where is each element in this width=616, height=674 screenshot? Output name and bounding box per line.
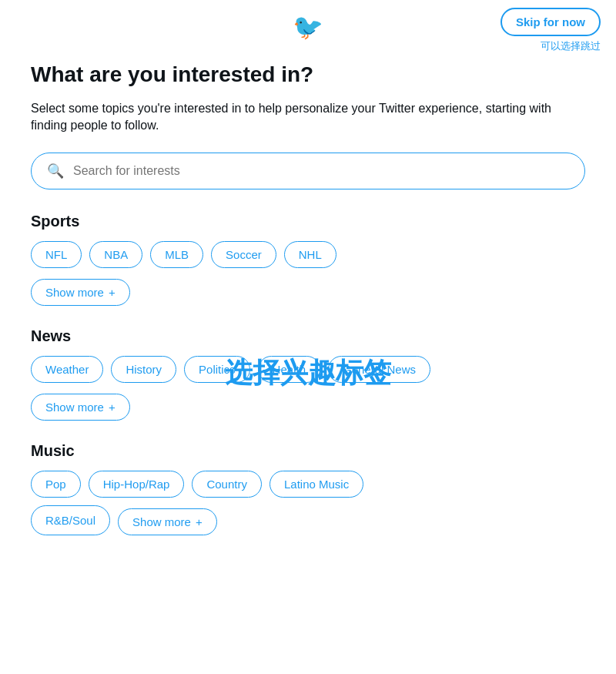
- header: 🐦 Skip for now 可以选择跳过: [0, 0, 616, 54]
- skip-subtitle: 可以选择跳过: [541, 39, 601, 53]
- page-title: What are you interested in?: [31, 62, 585, 88]
- news-show-more-plus-icon: +: [109, 401, 116, 414]
- page-description: Select some topics you're interested in …: [31, 100, 585, 135]
- tag-nhl[interactable]: NHL: [284, 241, 336, 268]
- sports-show-more-plus-icon: +: [109, 286, 116, 299]
- sports-section: Sports NFL NBA MLB Soccer NHL Show more …: [31, 213, 585, 306]
- music-show-more-button[interactable]: Show more +: [118, 508, 217, 535]
- tag-general-news[interactable]: General News: [328, 356, 430, 383]
- sports-tags-row: NFL NBA MLB Soccer NHL: [31, 241, 585, 268]
- news-show-more-label: Show more: [45, 401, 104, 414]
- tag-mlb[interactable]: MLB: [150, 241, 203, 268]
- sports-show-more-label: Show more: [45, 286, 104, 299]
- news-section: News Weather History Politics Health Gen…: [31, 327, 585, 421]
- tag-nba[interactable]: NBA: [89, 241, 142, 268]
- sports-show-more-button[interactable]: Show more +: [31, 279, 130, 306]
- tag-rnb-soul[interactable]: R&B/Soul: [31, 505, 110, 535]
- tag-weather[interactable]: Weather: [31, 356, 103, 383]
- search-bar: 🔍: [31, 153, 585, 189]
- tag-hiphop-rap[interactable]: Hip-Hop/Rap: [89, 471, 185, 498]
- tag-nfl[interactable]: NFL: [31, 241, 82, 268]
- news-show-more-button[interactable]: Show more +: [31, 394, 130, 421]
- music-tags-row: Pop Hip-Hop/Rap Country Latino Music: [31, 471, 585, 498]
- main-content: What are you interested in? Select some …: [0, 54, 616, 580]
- search-icon: 🔍: [47, 163, 64, 179]
- tag-politics[interactable]: Politics: [184, 356, 250, 383]
- tag-health[interactable]: Health: [258, 356, 320, 383]
- news-section-title: News: [31, 327, 585, 345]
- tag-history[interactable]: History: [111, 356, 176, 383]
- tag-country[interactable]: Country: [192, 471, 262, 498]
- news-tags-row: Weather History Politics Health General …: [31, 356, 585, 383]
- music-section: Music Pop Hip-Hop/Rap Country Latino Mus…: [31, 442, 585, 535]
- tag-latino-music[interactable]: Latino Music: [270, 471, 363, 498]
- tag-soccer[interactable]: Soccer: [211, 241, 276, 268]
- sports-section-title: Sports: [31, 213, 585, 230]
- search-input[interactable]: [73, 164, 569, 178]
- music-show-more-label: Show more: [132, 515, 191, 528]
- tag-pop[interactable]: Pop: [31, 471, 81, 498]
- music-section-title: Music: [31, 442, 585, 460]
- skip-for-now-button[interactable]: Skip for now: [500, 8, 601, 36]
- twitter-logo-icon: 🐦: [293, 12, 323, 42]
- skip-area: Skip for now 可以选择跳过: [500, 8, 601, 53]
- music-show-more-plus-icon: +: [196, 515, 203, 528]
- music-extra-tags-row: R&B/Soul Show more +: [31, 505, 585, 535]
